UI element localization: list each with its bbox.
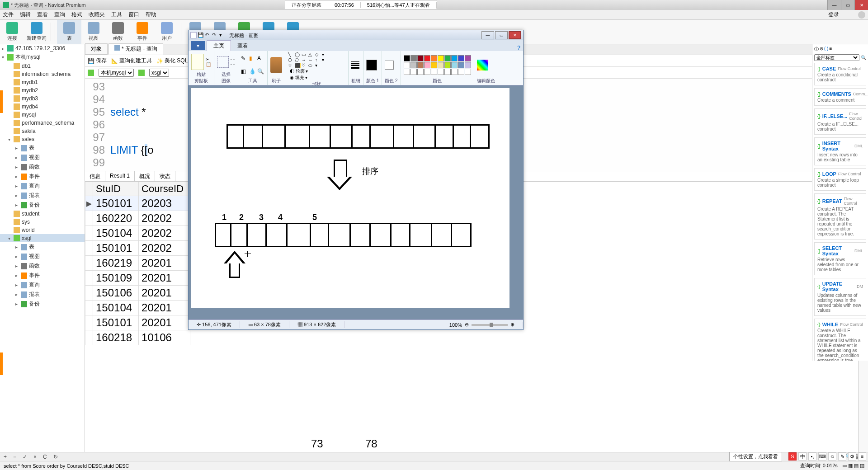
toolbar-新建查询[interactable]: 新建查询 bbox=[24, 20, 49, 44]
tree-sales-表[interactable]: ▸表 bbox=[0, 143, 85, 153]
remove-button[interactable]: − bbox=[13, 454, 16, 460]
tree-db-mysql[interactable]: mysql bbox=[0, 111, 85, 119]
snippet-LOOP[interactable]: {}LOOP Flow Control Create a simple loop… bbox=[814, 168, 866, 191]
paint-close-button[interactable]: ✕ bbox=[509, 31, 521, 39]
palette-swatch[interactable] bbox=[424, 69, 430, 75]
snippet-IF...ELSE...[interactable]: {}IF...ELSE... Flow Control Create a IF.… bbox=[814, 108, 866, 135]
snippet-CASE[interactable]: {}CASE Flow Control Create a conditional… bbox=[814, 63, 866, 85]
cut-icon[interactable]: ✂ bbox=[206, 57, 211, 62]
c-button[interactable]: C bbox=[43, 454, 47, 460]
tree-xsgl-表[interactable]: ▸表 bbox=[0, 242, 85, 252]
palette-swatch[interactable] bbox=[410, 69, 417, 75]
tree-xsgl-备份[interactable]: ▸备份 bbox=[0, 299, 85, 309]
tree-xsgl-事件[interactable]: ▸事件 bbox=[0, 271, 85, 280]
braces-icon[interactable]: ( ) bbox=[824, 46, 828, 52]
snippet-SELECT Syntax[interactable]: {}SELECT Syntax DML Retrieve rows select… bbox=[814, 242, 866, 275]
palette-swatch[interactable] bbox=[431, 62, 437, 68]
db-select[interactable]: xsgl bbox=[149, 69, 169, 77]
palette-swatch[interactable] bbox=[465, 55, 471, 61]
palette-swatch[interactable] bbox=[451, 62, 458, 68]
palette-swatch[interactable] bbox=[444, 62, 451, 68]
palette-swatch[interactable] bbox=[404, 62, 410, 68]
toolbar-函数[interactable]: 函数 bbox=[106, 20, 130, 44]
minimize-button[interactable]: — bbox=[827, 0, 841, 10]
rtab-info[interactable]: 信息 bbox=[85, 171, 105, 181]
palette-swatch[interactable] bbox=[438, 55, 444, 61]
palette-swatch[interactable] bbox=[458, 62, 464, 68]
outline-button[interactable]: ◐ 轮廓 ▾ bbox=[290, 68, 345, 75]
picker-icon[interactable]: 💧 bbox=[249, 68, 256, 75]
snippet-INSERT Syntax[interactable]: {}INSERT Syntax DML Insert new rows into… bbox=[814, 137, 866, 165]
paint-file-button[interactable]: ▾ bbox=[191, 41, 205, 50]
ime-menu-icon[interactable]: ≡ bbox=[858, 452, 866, 461]
menu-file[interactable]: 文件 bbox=[3, 11, 14, 19]
table-row[interactable]: 15010420201 bbox=[85, 301, 190, 315]
table-row[interactable]: ▸15010120203 bbox=[85, 196, 190, 211]
block-icon[interactable]: ⊘ bbox=[820, 46, 823, 52]
side-handle[interactable] bbox=[0, 90, 3, 113]
palette-swatch[interactable] bbox=[438, 69, 444, 75]
snippet-COMMENTS[interactable]: {}COMMENTS Comm... Create a comment bbox=[814, 88, 866, 106]
tree-db-world[interactable]: world bbox=[0, 226, 85, 234]
redo-icon[interactable]: ↷ bbox=[212, 32, 218, 38]
connection-tree[interactable]: ▸47.105.179.12_3306 ▾本机mysql db1informat… bbox=[0, 44, 85, 452]
palette-swatch[interactable] bbox=[410, 55, 417, 61]
beautify-button[interactable]: ✨ 美化 SQL bbox=[156, 57, 188, 65]
ime-handwrite-icon[interactable]: ✎ bbox=[838, 452, 846, 461]
tree-db-xsgl[interactable]: ▾xsgl bbox=[0, 234, 85, 242]
pencil-icon[interactable]: ✎ bbox=[241, 55, 248, 61]
ime-tip[interactable]: 个性设置，点我看看 bbox=[729, 452, 782, 461]
table-row[interactable]: 16022020202 bbox=[85, 211, 190, 226]
ime-keyboard-icon[interactable]: ⌨ bbox=[818, 452, 826, 461]
rtab-status[interactable]: 状态 bbox=[155, 171, 175, 181]
palette-swatch[interactable] bbox=[444, 69, 451, 75]
paint-titlebar[interactable]: 💾 ↶ ↷ ▾ 无标题 - 画图 — ▭ ✕ bbox=[189, 30, 523, 40]
copy-icon[interactable]: 📋 bbox=[206, 62, 211, 67]
zoom-in-button[interactable]: ⊕ bbox=[510, 322, 514, 328]
eraser-icon[interactable]: ◧ bbox=[241, 68, 248, 75]
palette-swatch[interactable] bbox=[431, 55, 437, 61]
paint-maximize-button[interactable]: ▭ bbox=[495, 31, 508, 39]
paint-tab-home[interactable]: 主页 bbox=[207, 40, 231, 51]
bucket-icon[interactable]: ▮ bbox=[249, 55, 256, 61]
rtab-result1[interactable]: Result 1 bbox=[105, 171, 135, 181]
paint-canvas-area[interactable]: 排序 12345 bbox=[189, 85, 523, 320]
tree-root[interactable]: ▸47.105.179.12_3306 bbox=[0, 44, 85, 52]
table-row[interactable]: 16021920201 bbox=[85, 256, 190, 271]
palette-swatch[interactable] bbox=[431, 69, 437, 75]
table-row[interactable]: 15010920201 bbox=[85, 271, 190, 286]
menu-window[interactable]: 窗口 bbox=[128, 11, 139, 19]
tree-sales-查询[interactable]: ▸查询 bbox=[0, 181, 85, 191]
ime-settings-icon[interactable]: ⚙ bbox=[848, 452, 856, 461]
tree-xsgl-视图[interactable]: ▸视图 bbox=[0, 252, 85, 261]
save-button[interactable]: 💾 保存 bbox=[88, 57, 107, 65]
palette-swatch[interactable] bbox=[417, 55, 424, 61]
menu-tools[interactable]: 工具 bbox=[111, 11, 122, 19]
zoom-slider[interactable] bbox=[472, 324, 508, 326]
table-row[interactable]: 15010620201 bbox=[85, 286, 190, 301]
tree-host[interactable]: ▾本机mysql bbox=[0, 52, 85, 62]
tree-db-performance_schema[interactable]: performance_schema bbox=[0, 119, 85, 127]
text-icon[interactable]: A bbox=[257, 55, 264, 61]
palette-swatch[interactable] bbox=[417, 69, 424, 75]
menu-format[interactable]: 格式 bbox=[71, 11, 82, 19]
tree-db-mydb4[interactable]: mydb4 bbox=[0, 103, 85, 111]
tree-sales-函数[interactable]: ▸函数 bbox=[0, 162, 85, 172]
table-row[interactable]: 15010420202 bbox=[85, 226, 190, 241]
qat-dropdown-icon[interactable]: ▾ bbox=[219, 32, 226, 38]
tree-db-mydb1[interactable]: mydb1 bbox=[0, 78, 85, 86]
paint-zoom[interactable]: 100% ⊖ ⊕ bbox=[441, 322, 523, 328]
avatar-icon[interactable] bbox=[858, 11, 865, 19]
table-row[interactable]: 16021810106 bbox=[85, 330, 190, 345]
close-button[interactable]: ✕ bbox=[854, 0, 868, 10]
info-icon[interactable]: ⓘ bbox=[814, 46, 819, 52]
ime-emoji-icon[interactable]: ☺ bbox=[828, 452, 836, 461]
menu-edit[interactable]: 编辑 bbox=[20, 11, 31, 19]
toolbar-连接[interactable]: 连接 bbox=[0, 20, 24, 44]
palette-swatch[interactable] bbox=[451, 55, 458, 61]
tree-sales-视图[interactable]: ▸视图 bbox=[0, 153, 85, 162]
tree-db-student[interactable]: student bbox=[0, 210, 85, 218]
tree-db-sakila[interactable]: sakila bbox=[0, 127, 85, 135]
color2-swatch[interactable] bbox=[385, 61, 394, 70]
host-select[interactable]: 本机mysql bbox=[99, 69, 134, 77]
